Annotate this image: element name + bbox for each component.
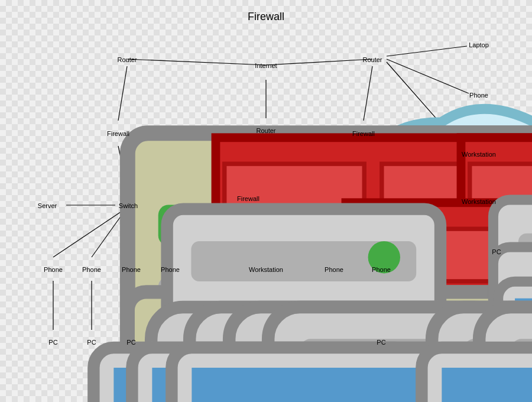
firewall-left: Firewall — [107, 129, 129, 137]
router-left: Router — [117, 55, 137, 63]
phone-sw-left-3: Phone — [122, 265, 141, 273]
firewall-right: Firewall — [352, 129, 375, 137]
diagram-title: Firewall — [248, 11, 284, 23]
phone-top-right: Phone — [469, 90, 488, 99]
router-right: Router — [362, 55, 382, 63]
pc-sw-left-3: PC — [126, 338, 135, 346]
laptop-node: Laptop — [469, 40, 489, 48]
pc-sw-left-2: PC — [87, 338, 96, 346]
network-diagram: Firewall Internet Router — [0, 0, 532, 402]
pc-sw-right-1-icon — [377, 338, 532, 402]
svg-rect-194 — [442, 368, 532, 402]
pc-sw-left-1: PC — [48, 338, 57, 346]
phone-sw-left-1: Phone — [44, 265, 63, 273]
phone-sw-right-2: Phone — [372, 265, 391, 273]
workstation-mid-right: Workstation — [462, 197, 496, 205]
phone-sw-right-1: Phone — [325, 265, 343, 273]
phone-sw-left-2: Phone — [82, 265, 101, 273]
workstation-top-right: Workstation — [462, 150, 496, 158]
pc-sw-right-1: PC — [377, 338, 385, 346]
server-left: Server — [38, 201, 57, 209]
phone-sw-left-4: Phone — [161, 265, 180, 273]
pc-right: PC — [492, 247, 501, 255]
